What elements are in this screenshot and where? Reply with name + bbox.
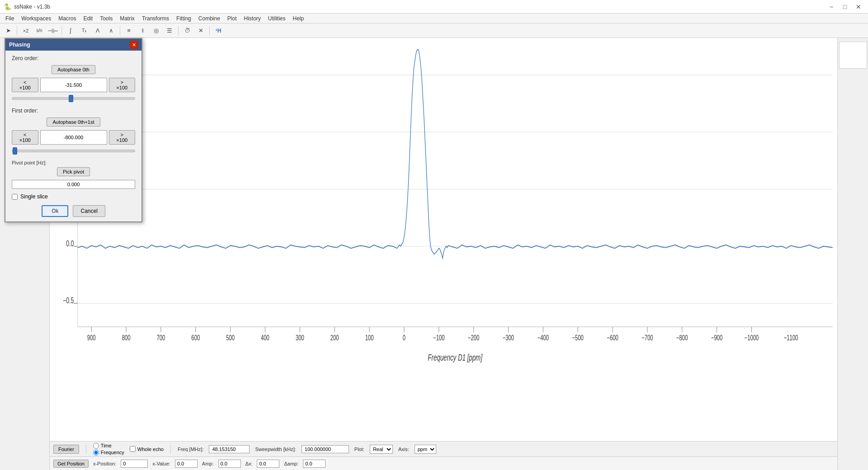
zero-slider-track bbox=[12, 97, 135, 100]
get-position-button[interactable]: Get Position bbox=[53, 460, 89, 468]
menu-plot[interactable]: Plot bbox=[224, 14, 241, 23]
menu-tools[interactable]: Tools bbox=[96, 14, 116, 23]
ok-button[interactable]: Ok bbox=[42, 205, 68, 217]
svg-text:400: 400 bbox=[261, 334, 269, 342]
position-bar: Get Position x-Position: x-Value: Amp: Δ… bbox=[50, 456, 837, 470]
menu-fitting[interactable]: Fitting bbox=[173, 14, 195, 23]
tool-lineshape[interactable]: ∧ bbox=[105, 25, 118, 37]
delta-x-input[interactable] bbox=[257, 460, 279, 468]
chart-area[interactable]: 1.5 1.0 0.5 0.0 −0.5 900 800 bbox=[50, 38, 837, 441]
first-order-label: First order: bbox=[12, 108, 135, 114]
title-bar: 🐍 ssNake - v1.3b − □ ✕ bbox=[0, 0, 868, 14]
tool-list2[interactable]: ☰ bbox=[163, 25, 176, 37]
svg-text:−400: −400 bbox=[538, 334, 549, 342]
fourier-button[interactable]: Fourier bbox=[53, 445, 79, 454]
time-radio-label[interactable]: Time bbox=[93, 443, 124, 449]
nmr-chart-svg: 1.5 1.0 0.5 0.0 −0.5 900 800 bbox=[50, 38, 837, 441]
frequency-radio-label[interactable]: Frequency bbox=[93, 450, 124, 456]
plot-select[interactable]: Real Imag Abs bbox=[370, 445, 393, 454]
menu-help[interactable]: Help bbox=[289, 14, 308, 23]
dialog-close-button[interactable]: ✕ bbox=[130, 41, 138, 49]
tool-fit[interactable]: ⊣⊢ bbox=[47, 25, 59, 37]
menu-combine[interactable]: Combine bbox=[195, 14, 224, 23]
menu-file[interactable]: File bbox=[2, 14, 18, 23]
menu-workspaces[interactable]: Workspaces bbox=[18, 14, 55, 23]
tool-x2[interactable]: ×2 bbox=[19, 25, 32, 37]
whole-echo-checkbox[interactable] bbox=[130, 446, 136, 452]
whole-echo-label[interactable]: Whole echo bbox=[130, 446, 164, 452]
first-less-x100-button[interactable]: < ×100 bbox=[12, 130, 38, 145]
sweep-label: Sweepwidth [kHz]: bbox=[255, 446, 296, 452]
frequency-radio[interactable] bbox=[93, 450, 99, 456]
tool-arrow[interactable]: ➤ bbox=[2, 25, 14, 37]
menu-macros[interactable]: Macros bbox=[55, 14, 80, 23]
tool-H1[interactable]: ¹H bbox=[212, 25, 225, 37]
svg-text:−100: −100 bbox=[433, 334, 445, 342]
minimize-button[interactable]: − bbox=[826, 2, 837, 11]
pick-pivot-button[interactable]: Pick pivot bbox=[57, 167, 90, 176]
phasing-dialog: Phasing ✕ Zero order: Autophase 0th < ×1… bbox=[5, 38, 142, 222]
zero-less-x100-button[interactable]: < ×100 bbox=[12, 78, 38, 92]
svg-text:800: 800 bbox=[122, 334, 131, 342]
first-value-input[interactable] bbox=[40, 130, 107, 145]
tool-list1[interactable]: ≡ bbox=[123, 25, 135, 37]
sweep-input[interactable] bbox=[302, 445, 349, 453]
window-title: ssNake - v1.3b bbox=[14, 4, 50, 10]
zero-order-controls: < ×100 > ×100 bbox=[12, 78, 135, 92]
amp-input[interactable] bbox=[218, 460, 241, 468]
delta-amp-input[interactable] bbox=[303, 460, 326, 468]
time-label: Time bbox=[101, 443, 112, 448]
toolbar-separator-5 bbox=[209, 26, 210, 35]
tool-sn[interactable]: s/n bbox=[33, 25, 46, 37]
zero-order-section: Zero order: Autophase 0th < ×100 > ×100 bbox=[12, 55, 135, 102]
thumbnail-preview bbox=[839, 42, 867, 69]
x-value-input[interactable] bbox=[175, 460, 198, 468]
tool-T1[interactable]: T₁ bbox=[78, 25, 90, 37]
freq-input[interactable] bbox=[209, 445, 250, 453]
svg-rect-0 bbox=[50, 38, 837, 441]
axis-select[interactable]: ppm Hz kHz bbox=[415, 445, 436, 454]
zero-greater-x100-button[interactable]: > ×100 bbox=[109, 78, 136, 92]
toolbar: ➤ ×2 s/n ⊣⊢ ∫ T₁ Λ ∧ ≡ ⦀ ◎ ☰ ⏱ ✕ ¹H bbox=[0, 24, 868, 38]
autophase-0th-button[interactable]: Autophase 0th bbox=[52, 65, 95, 74]
svg-text:Frequency D1 [ppm]: Frequency D1 [ppm] bbox=[428, 352, 482, 362]
single-slice-label: Single slice bbox=[20, 193, 48, 200]
app-icon: 🐍 bbox=[4, 3, 11, 10]
zero-value-input[interactable] bbox=[40, 78, 107, 92]
tool-clock[interactable]: ⏱ bbox=[181, 25, 193, 37]
close-button[interactable]: ✕ bbox=[853, 2, 864, 11]
tool-bars[interactable]: ⦀ bbox=[136, 25, 149, 37]
single-slice-checkbox[interactable] bbox=[12, 194, 18, 200]
svg-text:300: 300 bbox=[296, 334, 304, 342]
cancel-button[interactable]: Cancel bbox=[73, 205, 105, 217]
maximize-button[interactable]: □ bbox=[839, 2, 851, 11]
first-slider-container[interactable] bbox=[12, 147, 135, 155]
menu-utilities[interactable]: Utilities bbox=[264, 14, 289, 23]
tool-lambda[interactable]: Λ bbox=[91, 25, 104, 37]
svg-text:−700: −700 bbox=[642, 334, 653, 342]
tool-circle[interactable]: ◎ bbox=[150, 25, 162, 37]
time-radio[interactable] bbox=[93, 443, 99, 449]
autophase-0th1st-button[interactable]: Autophase 0th+1st bbox=[47, 118, 100, 127]
toolbar-separator-2 bbox=[61, 26, 62, 35]
pivot-value-input[interactable] bbox=[12, 180, 135, 189]
first-order-controls: < ×100 > ×100 bbox=[12, 130, 135, 145]
zero-slider-container[interactable] bbox=[12, 95, 135, 102]
menu-matrix[interactable]: Matrix bbox=[116, 14, 138, 23]
toolbar-separator-4 bbox=[178, 26, 179, 35]
menu-history[interactable]: History bbox=[241, 14, 264, 23]
menu-edit[interactable]: Edit bbox=[80, 14, 97, 23]
menu-transforms[interactable]: Transforms bbox=[138, 14, 173, 23]
axis-label: Axis: bbox=[398, 446, 409, 452]
dialog-title-bar: Phasing ✕ bbox=[5, 39, 142, 51]
sep bbox=[86, 445, 86, 454]
zero-slider-thumb[interactable] bbox=[69, 95, 73, 102]
first-slider-thumb[interactable] bbox=[13, 147, 17, 155]
tool-integral[interactable]: ∫ bbox=[64, 25, 77, 37]
first-greater-x100-button[interactable]: > ×100 bbox=[109, 130, 136, 145]
x-position-input[interactable] bbox=[121, 460, 148, 468]
delta-amp-label: Δamp: bbox=[284, 461, 298, 466]
tool-xmark[interactable]: ✕ bbox=[194, 25, 207, 37]
svg-text:−0.5: −0.5 bbox=[63, 296, 74, 305]
x-value-label: x-Value: bbox=[152, 461, 170, 466]
